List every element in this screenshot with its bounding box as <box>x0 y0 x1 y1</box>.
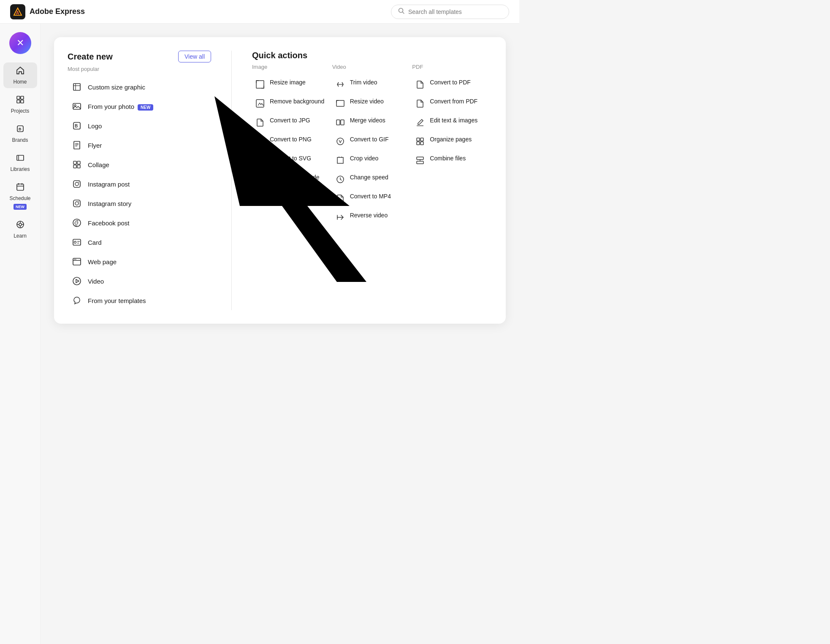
facebook-post-label: Facebook post <box>88 219 129 227</box>
qa-column-header-video: Video <box>332 64 412 70</box>
qa-item-convert-to-jpg[interactable]: Convert to JPG <box>252 113 332 131</box>
sidebar-item-brands[interactable]: B Brands <box>3 121 37 146</box>
custom-size-icon <box>71 81 83 93</box>
qa-item-crop-video[interactable]: Crop video <box>332 151 412 169</box>
create-item-logo[interactable]: B Logo <box>68 116 211 135</box>
resize-image-icon <box>255 79 266 90</box>
organize-pages-icon <box>415 136 426 147</box>
qa-item-merge-videos[interactable]: Merge videos <box>332 113 412 131</box>
create-item-custom-size[interactable]: Custom size graphic <box>68 77 211 97</box>
from-photo-icon <box>71 100 83 112</box>
sidebar-item-libraries[interactable]: Libraries <box>3 150 37 176</box>
combine-files-icon <box>415 155 426 166</box>
convert-from-pdf-icon <box>415 98 426 109</box>
qa-item-combine-files[interactable]: Combine files <box>412 151 492 169</box>
facebook-post-icon <box>71 217 83 229</box>
svg-point-43 <box>79 201 79 202</box>
svg-rect-23 <box>73 84 80 90</box>
create-item-web-page[interactable]: Web page <box>68 252 211 271</box>
app-logo: A Adobe Express <box>10 4 85 19</box>
qa-item-remove-background[interactable]: Remove background <box>252 94 332 112</box>
sidebar-item-home[interactable]: Home <box>3 62 37 88</box>
instagram-story-label: Instagram story <box>88 200 131 207</box>
convert-to-gif-icon <box>335 136 346 147</box>
sidebar-item-brands-label: Brands <box>12 137 28 143</box>
video-label: Video <box>88 278 104 285</box>
svg-point-18 <box>19 223 22 226</box>
qa-item-resize-image[interactable]: Resize image <box>252 75 332 93</box>
create-item-from-photo[interactable]: From your photoNEW <box>68 97 211 116</box>
generate-qr-code-label: Generate QR code <box>270 173 320 181</box>
svg-rect-34 <box>73 161 76 164</box>
convert-to-pdf-icon <box>415 79 426 90</box>
svg-point-42 <box>75 202 79 205</box>
sidebar-item-learn[interactable]: Learn <box>3 216 37 242</box>
resize-image-label: Resize image <box>270 78 306 86</box>
qa-item-convert-to-png[interactable]: Convert to PNG <box>252 132 332 150</box>
svg-rect-36 <box>73 165 76 168</box>
qa-column-pdf: PDF Convert to PDF Convert from PDF Edit… <box>412 64 492 227</box>
qa-item-reverse-video[interactable]: Reverse video <box>332 208 412 226</box>
qa-item-convert-from-pdf[interactable]: Convert from PDF <box>412 94 492 112</box>
remove-background-icon <box>255 98 266 109</box>
create-item-instagram-story[interactable]: Instagram story <box>68 194 211 213</box>
from-templates-icon <box>71 295 83 306</box>
convert-to-mp4-label: Convert to MP4 <box>350 192 391 200</box>
qa-item-generate-qr-code[interactable]: Generate QR code <box>252 170 332 188</box>
home-icon <box>16 66 25 77</box>
create-item-from-templates[interactable]: From your templates <box>68 291 211 310</box>
svg-rect-79 <box>420 142 423 145</box>
from-templates-label: From your templates <box>88 297 146 304</box>
svg-point-52 <box>76 259 76 260</box>
svg-rect-11 <box>17 155 24 160</box>
flyer-label: Flyer <box>88 142 102 149</box>
reverse-video-label: Reverse video <box>350 211 388 219</box>
qa-item-edit-text-&-images[interactable]: Edit text & images <box>412 113 492 131</box>
learn-icon <box>16 220 25 231</box>
convert-to-png-icon <box>255 136 266 147</box>
qa-column-header-image: Image <box>252 64 332 70</box>
qa-item-organize-pages[interactable]: Organize pages <box>412 132 492 150</box>
resize-video-label: Resize video <box>350 97 384 105</box>
svg-rect-68 <box>336 120 340 125</box>
search-bar[interactable] <box>391 5 509 19</box>
convert-to-jpg-icon <box>255 117 266 128</box>
svg-rect-55 <box>256 81 264 88</box>
sidebar-item-learn-label: Learn <box>14 233 27 239</box>
create-item-card[interactable]: Card <box>68 233 211 252</box>
merge-videos-label: Merge videos <box>350 116 385 124</box>
create-item-video[interactable]: Video <box>68 271 211 291</box>
svg-rect-30 <box>74 141 80 149</box>
qa-item-convert-to-pdf[interactable]: Convert to PDF <box>412 75 492 93</box>
trim-video-label: Trim video <box>350 78 377 86</box>
qa-item-trim-video[interactable]: Trim video <box>332 75 412 93</box>
sidebar-item-schedule[interactable]: Schedule NEW <box>3 179 37 213</box>
qa-item-convert-to-svg[interactable]: Convert to SVG <box>252 151 332 169</box>
qa-item-change-speed[interactable]: Change speed <box>332 170 412 188</box>
qa-item-convert-to-gif[interactable]: Convert to GIF <box>332 132 412 150</box>
create-item-collage[interactable]: Collage <box>68 155 211 174</box>
svg-point-70 <box>337 138 344 145</box>
svg-rect-71 <box>337 157 343 163</box>
create-item-facebook-post[interactable]: Facebook post <box>68 213 211 233</box>
qa-item-convert-to-mp4[interactable]: Convert to MP4 <box>332 189 412 207</box>
card-icon <box>71 236 83 248</box>
video-icon <box>71 275 83 287</box>
projects-icon <box>16 95 25 106</box>
new-button[interactable]: ✕ <box>9 32 31 54</box>
schedule-badge: NEW <box>14 204 27 210</box>
create-item-instagram-post[interactable]: Instagram post <box>68 174 211 194</box>
svg-rect-41 <box>73 200 80 207</box>
edit-text-&-images-icon <box>415 117 426 128</box>
search-icon <box>398 8 405 16</box>
search-input[interactable] <box>408 8 502 15</box>
svg-point-40 <box>79 182 79 183</box>
create-item-flyer[interactable]: Flyer <box>68 135 211 155</box>
svg-text:A: A <box>16 11 19 15</box>
convert-to-jpg-label: Convert to JPG <box>270 116 310 124</box>
sidebar-item-projects[interactable]: Projects <box>3 92 37 117</box>
view-all-button[interactable]: View all <box>178 51 211 62</box>
create-new-title: Create new <box>68 52 113 62</box>
qa-item-resize-video[interactable]: Resize video <box>332 94 412 112</box>
plus-icon: ✕ <box>16 38 24 49</box>
